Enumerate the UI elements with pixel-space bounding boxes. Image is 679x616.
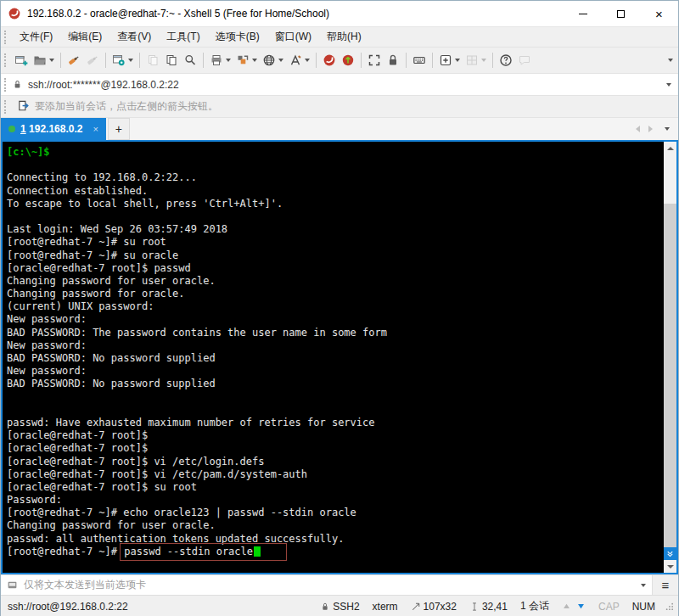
feedback-icon bbox=[518, 53, 531, 67]
address-input[interactable]: ssh://root:*******@192.168.0.2:22 bbox=[28, 79, 666, 91]
window-title: 192.168.0.2 - oracle@redhat-7:~ - Xshell… bbox=[27, 8, 564, 20]
scroll-to-bottom-button[interactable] bbox=[664, 547, 676, 560]
menubar-grip[interactable] bbox=[4, 31, 8, 44]
new-tab-icon bbox=[439, 53, 452, 67]
layout-dropdown-icon[interactable] bbox=[481, 59, 486, 62]
terminal-scrollbar[interactable] bbox=[664, 142, 676, 573]
tab-nav bbox=[636, 118, 678, 140]
infobar-grip[interactable] bbox=[4, 100, 8, 114]
toolbar-paste-button[interactable] bbox=[162, 50, 181, 71]
toolbar-print-button[interactable] bbox=[207, 50, 233, 71]
send-menu-button[interactable]: ≡ bbox=[653, 575, 678, 595]
toolbar-disconnect-button bbox=[83, 50, 102, 71]
menu-item-1[interactable]: 编辑(E) bbox=[60, 28, 109, 46]
minimize-button[interactable] bbox=[564, 1, 602, 26]
xshell-icon bbox=[323, 53, 336, 67]
tab-scroll-left-icon[interactable] bbox=[636, 126, 640, 132]
menu-item-4[interactable]: 选项卡(B) bbox=[208, 28, 267, 46]
resize-grip[interactable] bbox=[664, 601, 675, 612]
terminal-line: Changing password for user oracle. bbox=[7, 275, 664, 288]
toolbar-xftp-button[interactable] bbox=[339, 50, 357, 71]
menu-item-3[interactable]: 工具(T) bbox=[159, 28, 207, 46]
grip-dots-icon bbox=[664, 601, 675, 612]
scrollbar-thumb[interactable] bbox=[664, 154, 676, 204]
lock-icon bbox=[12, 79, 23, 90]
send-text-input[interactable]: 仅将文本发送到当前选项卡 bbox=[1, 575, 653, 595]
xshell-app-icon bbox=[8, 7, 21, 20]
toolbar bbox=[1, 48, 678, 74]
toolbar-overflow-icon[interactable] bbox=[668, 59, 673, 62]
open-folder-dropdown-icon[interactable] bbox=[49, 59, 54, 62]
terminal-output[interactable]: [c:\~]$ Connecting to 192.168.0.2:22...C… bbox=[3, 142, 664, 573]
toolbar-lock-button[interactable] bbox=[384, 50, 402, 71]
toolbar-web-button[interactable] bbox=[260, 50, 286, 71]
toolbar-session-properties-button[interactable] bbox=[109, 50, 136, 71]
titlebar: 192.168.0.2 - oracle@redhat-7:~ - Xshell… bbox=[1, 1, 678, 26]
menu-item-2[interactable]: 查看(V) bbox=[109, 28, 159, 46]
terminal-cursor bbox=[254, 546, 261, 557]
toolbar-transfer-button[interactable] bbox=[233, 50, 260, 71]
font-dropdown-icon[interactable] bbox=[305, 59, 310, 62]
toolbar-copy-button bbox=[143, 50, 162, 71]
tab-list-dropdown-icon[interactable] bbox=[665, 127, 670, 131]
terminal-line: [oracle@redhat-7 root]$ bbox=[7, 442, 664, 455]
close-button[interactable]: × bbox=[640, 1, 678, 26]
terminal-line: Password: bbox=[7, 494, 664, 507]
toolbar-fullscreen-button[interactable] bbox=[365, 50, 384, 71]
toolbar-xshell-button[interactable] bbox=[320, 50, 339, 71]
new-tab-button[interactable]: + bbox=[108, 118, 130, 140]
menu-item-0[interactable]: 文件(F) bbox=[12, 28, 60, 46]
toolbar-help-button[interactable] bbox=[497, 50, 515, 71]
terminal-line bbox=[7, 404, 664, 417]
cursor-position-icon bbox=[469, 602, 480, 612]
help-icon bbox=[499, 53, 513, 67]
terminal-line: (current) UNIX password: bbox=[7, 300, 664, 313]
toolbar-new-session-button[interactable] bbox=[12, 50, 31, 71]
terminal-line: [oracle@redhat-7 root]$ passwd bbox=[7, 262, 664, 275]
tab-close-icon[interactable]: × bbox=[93, 124, 98, 134]
terminal-line: [oracle@redhat-7 root]$ su root bbox=[7, 481, 664, 494]
print-dropdown-icon[interactable] bbox=[226, 59, 231, 62]
address-dropdown-icon[interactable] bbox=[666, 83, 671, 87]
web-dropdown-icon[interactable] bbox=[278, 59, 283, 62]
tab-192-168-0-2[interactable]: 1 192.168.0.2 × bbox=[1, 118, 106, 140]
transfer-icon bbox=[236, 53, 250, 67]
send-dropdown-icon[interactable] bbox=[641, 584, 646, 587]
toolbar-separator bbox=[203, 53, 204, 68]
address-bar: ssh://root:*******@192.168.0.2:22 bbox=[1, 74, 678, 96]
new-session-icon bbox=[14, 53, 28, 67]
scrollbar-track[interactable] bbox=[664, 204, 676, 547]
print-icon bbox=[210, 53, 223, 67]
toolbar-new-tab-button[interactable] bbox=[436, 50, 463, 71]
menu-item-5[interactable]: 窗口(W) bbox=[267, 28, 319, 46]
terminal-line bbox=[7, 159, 664, 171]
session-properties-dropdown-icon[interactable] bbox=[128, 59, 133, 62]
status-session-count: 1 会话 bbox=[520, 599, 549, 613]
xshell-window: 192.168.0.2 - oracle@redhat-7:~ - Xshell… bbox=[0, 0, 679, 616]
toolbar-open-folder-button[interactable] bbox=[31, 50, 57, 71]
chevron-up-icon bbox=[667, 147, 674, 150]
toolbar-separator bbox=[432, 53, 433, 68]
paste-icon bbox=[165, 53, 178, 67]
maximize-button[interactable] bbox=[602, 1, 640, 26]
toolbar-find-button[interactable] bbox=[181, 50, 199, 71]
tab-scroll-right-icon[interactable] bbox=[648, 126, 653, 132]
send-text-bar: 仅将文本发送到当前选项卡 ≡ bbox=[1, 574, 678, 595]
transfer-dropdown-icon[interactable] bbox=[252, 59, 257, 62]
scrollbar-down-button[interactable] bbox=[664, 560, 676, 573]
scrollbar-up-button[interactable] bbox=[664, 142, 676, 154]
add-session-icon[interactable] bbox=[17, 100, 30, 113]
addressbar-grip[interactable] bbox=[4, 78, 8, 92]
toolbar-grip[interactable] bbox=[4, 53, 8, 67]
toolbar-keyboard-button[interactable] bbox=[410, 50, 429, 71]
toolbar-connect-button[interactable] bbox=[65, 50, 83, 71]
new-tab-dropdown-icon[interactable] bbox=[455, 59, 460, 62]
toolbar-font-button[interactable] bbox=[286, 50, 312, 71]
menubar: 文件(F)编辑(E)查看(V)工具(T)选项卡(B)窗口(W)帮助(H) bbox=[1, 26, 678, 48]
menu-item-6[interactable]: 帮助(H) bbox=[319, 28, 369, 46]
status-protocol: SSH2 bbox=[320, 601, 359, 613]
terminal-line: [c:\~]$ bbox=[7, 146, 664, 159]
terminal-line bbox=[7, 391, 664, 404]
toolbar-separator bbox=[361, 53, 362, 68]
terminal-line: BAD PASSWORD: No password supplied bbox=[7, 378, 664, 390]
